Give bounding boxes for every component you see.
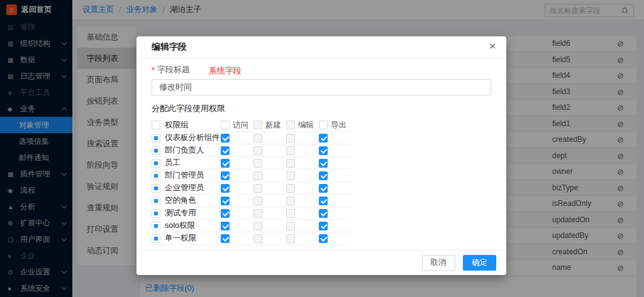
- required-mark: *: [152, 65, 155, 75]
- perm-checkbox: [253, 197, 262, 205]
- perm-cell: [221, 234, 253, 243]
- perm-group-cell: 企业管理员: [152, 183, 221, 193]
- perm-cell: [319, 222, 352, 230]
- perm-header-checkbox[interactable]: [152, 121, 160, 129]
- perm-cell: [319, 159, 352, 168]
- perm-group-name: 单一权限: [165, 233, 196, 244]
- cancel-button[interactable]: 取消: [422, 255, 455, 271]
- perm-group-checkbox[interactable]: [152, 171, 160, 180]
- perm-checkbox[interactable]: [319, 197, 328, 205]
- perm-group-checkbox[interactable]: [152, 146, 160, 155]
- perm-cell: [319, 171, 352, 180]
- perm-group-name: solo权限: [165, 220, 195, 231]
- perm-checkbox: [286, 209, 295, 218]
- perm-group-cell: 空的角色: [152, 195, 221, 206]
- perm-cell: [221, 184, 253, 193]
- perm-cell: [253, 209, 286, 218]
- perm-row: 测试专用: [152, 207, 352, 220]
- perm-group-checkbox[interactable]: [152, 184, 160, 193]
- perm-group-cell: 仪表板分析组件: [152, 132, 221, 143]
- perm-header-checkbox[interactable]: [221, 121, 230, 129]
- perm-cell: [253, 222, 286, 230]
- perm-group-cell: 员工: [152, 158, 221, 168]
- modal-title: 编辑字段: [152, 41, 187, 51]
- perm-group-checkbox[interactable]: [152, 234, 160, 243]
- perm-checkbox[interactable]: [221, 234, 230, 243]
- perm-cell: [286, 209, 319, 218]
- perm-checkbox: [286, 146, 295, 155]
- perm-checkbox[interactable]: [221, 209, 230, 218]
- field-title-label-row: * 字段标题 系统字段: [152, 65, 491, 75]
- perm-checkbox[interactable]: [221, 171, 230, 180]
- perm-checkbox[interactable]: [319, 234, 328, 243]
- perm-checkbox: [253, 134, 262, 143]
- perm-cell: [286, 146, 319, 155]
- perm-header-cell: 访问: [221, 120, 253, 131]
- perm-cell: [286, 197, 319, 205]
- perm-row: 部门负责人: [152, 144, 352, 157]
- confirm-button[interactable]: 确定: [463, 255, 496, 271]
- perm-group-checkbox[interactable]: [152, 209, 160, 218]
- perm-checkbox[interactable]: [221, 222, 230, 230]
- perm-row: 企业管理员: [152, 182, 352, 195]
- perm-checkbox[interactable]: [319, 171, 328, 180]
- perm-checkbox[interactable]: [319, 159, 328, 168]
- perm-group-cell: 测试专用: [152, 208, 221, 219]
- perm-header-checkbox[interactable]: [319, 121, 328, 129]
- perm-column-label: 新建: [265, 120, 281, 131]
- perm-group-cell: 单一权限: [152, 233, 221, 244]
- perm-checkbox[interactable]: [221, 197, 230, 205]
- perm-cell: [253, 171, 286, 180]
- perm-header-cell: 新建: [253, 120, 286, 131]
- perm-group-checkbox[interactable]: [152, 159, 160, 168]
- perm-row: 员工: [152, 157, 352, 170]
- perm-row: solo权限: [152, 220, 352, 232]
- perm-cell: [319, 197, 352, 205]
- perm-cell: [319, 134, 352, 143]
- perm-cell: [253, 234, 286, 243]
- perm-checkbox: [286, 222, 295, 230]
- perm-header-checkbox: [253, 121, 262, 129]
- perm-checkbox: [286, 159, 295, 168]
- perm-checkbox: [253, 222, 262, 230]
- field-title-input[interactable]: [152, 79, 491, 95]
- perm-row: 单一权限: [152, 232, 352, 245]
- perm-checkbox: [253, 184, 262, 193]
- perm-checkbox[interactable]: [319, 134, 328, 143]
- perm-checkbox: [286, 171, 295, 180]
- perm-group-name: 企业管理员: [165, 183, 204, 193]
- modal-footer: 取消 确定: [136, 250, 506, 275]
- perm-checkbox: [253, 209, 262, 218]
- perm-checkbox: [253, 146, 262, 155]
- perm-checkbox[interactable]: [319, 209, 328, 218]
- perm-cell: [253, 184, 286, 193]
- perm-cell: [253, 159, 286, 168]
- perm-cell: [286, 134, 319, 143]
- perm-checkbox[interactable]: [221, 146, 230, 155]
- perm-checkbox[interactable]: [221, 184, 230, 193]
- system-field-annotation: 系统字段: [209, 65, 242, 77]
- perm-checkbox[interactable]: [319, 222, 328, 230]
- perm-column-label: 权限组: [165, 120, 189, 131]
- close-icon[interactable]: ×: [489, 40, 496, 53]
- perm-checkbox[interactable]: [221, 134, 230, 143]
- perm-checkbox: [286, 197, 295, 205]
- perm-group-name: 员工: [165, 158, 180, 168]
- perm-checkbox[interactable]: [319, 146, 328, 155]
- perm-group-cell: 部门负责人: [152, 145, 221, 156]
- perm-group-checkbox[interactable]: [152, 197, 160, 205]
- field-title-label: 字段标题: [157, 64, 190, 75]
- perm-checkbox[interactable]: [319, 184, 328, 193]
- perm-cell: [286, 222, 319, 230]
- perm-column-label: 编辑: [298, 120, 314, 131]
- perm-column-label: 访问: [233, 120, 248, 131]
- perm-cell: [221, 209, 253, 218]
- perm-group-checkbox[interactable]: [152, 222, 160, 230]
- perm-checkbox[interactable]: [221, 159, 230, 168]
- perm-group-cell: solo权限: [152, 220, 221, 231]
- perm-group-checkbox[interactable]: [152, 134, 160, 143]
- perm-row: 空的角色: [152, 195, 352, 207]
- perm-group-name: 测试专用: [165, 208, 196, 219]
- perm-column-label: 导出: [331, 120, 347, 131]
- perm-checkbox: [253, 159, 262, 168]
